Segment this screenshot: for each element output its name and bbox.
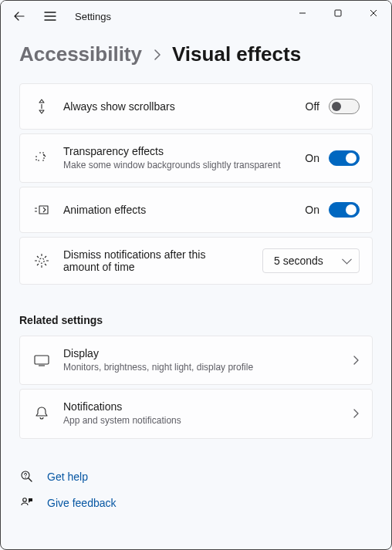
related-item-label: Notifications — [63, 400, 340, 413]
back-button[interactable] — [5, 2, 33, 30]
brightness-icon — [33, 252, 50, 269]
breadcrumb-parent[interactable]: Accessibility — [19, 42, 142, 66]
related-settings-header: Related settings — [19, 314, 373, 326]
svg-point-1 — [39, 258, 44, 263]
transparency-icon — [34, 150, 49, 166]
chevron-right-icon — [352, 408, 360, 419]
back-arrow-icon — [13, 10, 25, 22]
setting-animation: Animation effects On — [19, 187, 373, 233]
toggle-state-label: On — [305, 152, 319, 164]
window-controls — [285, 1, 391, 25]
help-link-label: Give feedback — [47, 497, 117, 509]
give-feedback-link[interactable]: Give feedback — [19, 496, 373, 510]
get-help-link[interactable]: Get help — [19, 470, 373, 484]
scrollbar-icon — [35, 98, 48, 115]
related-item-description: Monitors, brightness, night light, displ… — [63, 361, 340, 373]
related-notifications[interactable]: Notifications App and system notificatio… — [19, 389, 373, 438]
setting-label: Dismiss notifications after this amount … — [63, 248, 225, 273]
animation-toggle[interactable] — [329, 202, 360, 218]
close-button[interactable] — [356, 1, 391, 25]
related-item-label: Display — [63, 347, 340, 359]
maximize-icon — [334, 9, 342, 17]
minimize-icon — [299, 9, 306, 17]
help-link-label: Get help — [47, 471, 88, 483]
setting-scrollbars: Always show scrollbars Off — [19, 83, 373, 130]
setting-description: Make some window backgrounds slightly tr… — [63, 159, 292, 171]
svg-rect-0 — [335, 10, 341, 16]
chevron-right-icon — [352, 355, 360, 366]
hamburger-icon — [44, 11, 56, 22]
toggle-state-label: On — [305, 204, 319, 216]
animation-icon — [33, 204, 50, 216]
display-icon — [33, 354, 50, 366]
related-item-description: App and system notifications — [63, 414, 340, 427]
setting-dismiss-notifications: Dismiss notifications after this amount … — [19, 237, 373, 285]
dropdown-value: 5 seconds — [274, 255, 323, 267]
breadcrumb: Accessibility Visual effects — [19, 42, 373, 66]
setting-label: Always show scrollbars — [63, 100, 293, 113]
window-title: Settings — [75, 11, 111, 22]
maximize-button[interactable] — [320, 1, 356, 25]
svg-rect-2 — [35, 356, 49, 364]
svg-point-4 — [23, 498, 27, 501]
minimize-button[interactable] — [285, 1, 320, 25]
menu-button[interactable] — [36, 2, 64, 30]
close-icon — [370, 9, 377, 17]
help-icon — [20, 470, 34, 484]
page-title: Visual effects — [172, 42, 301, 66]
feedback-icon — [20, 496, 34, 510]
toggle-state-label: Off — [306, 100, 319, 113]
setting-transparency: Transparency effects Make some window ba… — [19, 133, 373, 183]
setting-label: Transparency effects — [63, 145, 292, 157]
dismiss-time-dropdown[interactable]: 5 seconds — [262, 248, 360, 273]
bell-icon — [35, 406, 49, 421]
scrollbars-toggle[interactable] — [329, 99, 360, 114]
chevron-right-icon — [153, 48, 161, 62]
setting-label: Animation effects — [63, 204, 292, 216]
transparency-toggle[interactable] — [329, 150, 360, 166]
related-display[interactable]: Display Monitors, brightness, night ligh… — [19, 336, 373, 385]
